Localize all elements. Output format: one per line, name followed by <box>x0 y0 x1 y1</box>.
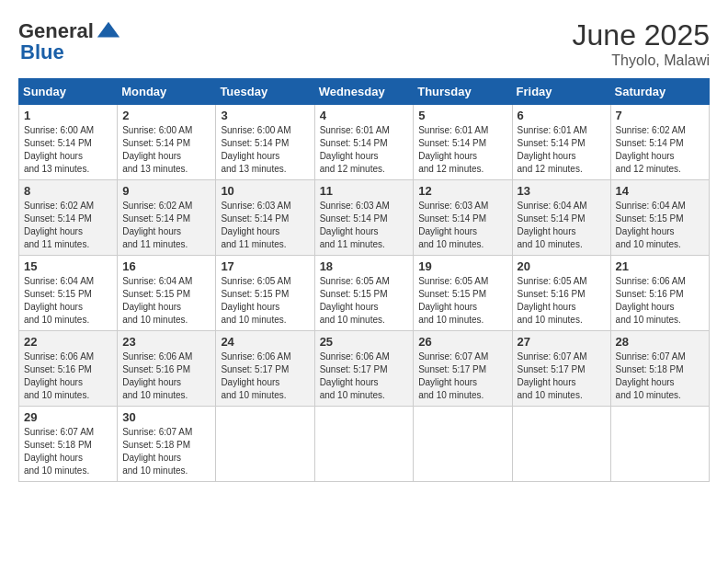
day-info: Sunrise: 6:02 AM Sunset: 5:14 PM Dayligh… <box>24 200 112 251</box>
day-header-friday: Friday <box>512 79 610 105</box>
day-number: 3 <box>221 109 309 122</box>
calendar-cell: 21 Sunrise: 6:06 AM Sunset: 5:16 PM Dayl… <box>610 256 709 331</box>
day-info: Sunrise: 6:07 AM Sunset: 5:18 PM Dayligh… <box>122 426 210 477</box>
day-number: 29 <box>24 410 112 424</box>
day-number: 15 <box>24 259 112 273</box>
day-info: Sunrise: 6:03 AM Sunset: 5:14 PM Dayligh… <box>320 200 409 251</box>
day-header-wednesday: Wednesday <box>314 79 414 105</box>
calendar-cell: 3 Sunrise: 6:00 AM Sunset: 5:14 PM Dayli… <box>216 105 314 180</box>
day-header-thursday: Thursday <box>414 79 512 105</box>
day-number: 11 <box>320 184 409 198</box>
calendar-cell: 27 Sunrise: 6:07 AM Sunset: 5:17 PM Dayl… <box>512 331 610 407</box>
day-info: Sunrise: 6:07 AM Sunset: 5:17 PM Dayligh… <box>518 350 606 402</box>
calendar-cell: 2 Sunrise: 6:00 AM Sunset: 5:14 PM Dayli… <box>118 105 216 180</box>
calendar-week-row: 29 Sunrise: 6:07 AM Sunset: 5:18 PM Dayl… <box>19 407 710 482</box>
day-info: Sunrise: 6:02 AM Sunset: 5:14 PM Dayligh… <box>616 124 704 176</box>
day-info: Sunrise: 6:06 AM Sunset: 5:16 PM Dayligh… <box>122 350 210 402</box>
calendar-cell: 28 Sunrise: 6:07 AM Sunset: 5:18 PM Dayl… <box>610 331 709 407</box>
calendar-cell: 1 Sunrise: 6:00 AM Sunset: 5:14 PM Dayli… <box>19 105 118 180</box>
location-subtitle: Thyolo, Malawi <box>573 52 710 69</box>
day-header-saturday: Saturday <box>610 79 709 105</box>
day-number: 6 <box>518 109 606 122</box>
day-info: Sunrise: 6:04 AM Sunset: 5:15 PM Dayligh… <box>122 275 210 327</box>
calendar-cell: 30 Sunrise: 6:07 AM Sunset: 5:18 PM Dayl… <box>118 407 216 482</box>
day-info: Sunrise: 6:02 AM Sunset: 5:14 PM Dayligh… <box>122 200 210 251</box>
calendar-cell: 6 Sunrise: 6:01 AM Sunset: 5:14 PM Dayli… <box>512 105 610 180</box>
calendar-cell <box>512 407 610 482</box>
logo-blue-text: Blue <box>20 40 64 63</box>
day-info: Sunrise: 6:01 AM Sunset: 5:14 PM Dayligh… <box>418 124 506 176</box>
calendar-cell: 9 Sunrise: 6:02 AM Sunset: 5:14 PM Dayli… <box>118 180 216 256</box>
calendar-week-row: 1 Sunrise: 6:00 AM Sunset: 5:14 PM Dayli… <box>19 105 710 180</box>
day-info: Sunrise: 6:06 AM Sunset: 5:16 PM Dayligh… <box>616 275 704 327</box>
day-info: Sunrise: 6:04 AM Sunset: 5:15 PM Dayligh… <box>24 275 112 327</box>
day-number: 30 <box>122 410 210 424</box>
day-number: 4 <box>320 109 409 122</box>
calendar-cell: 4 Sunrise: 6:01 AM Sunset: 5:14 PM Dayli… <box>314 105 414 180</box>
day-info: Sunrise: 6:05 AM Sunset: 5:15 PM Dayligh… <box>418 275 506 327</box>
day-info: Sunrise: 6:05 AM Sunset: 5:15 PM Dayligh… <box>221 275 309 327</box>
calendar-cell: 12 Sunrise: 6:03 AM Sunset: 5:14 PM Dayl… <box>414 180 512 256</box>
day-info: Sunrise: 6:00 AM Sunset: 5:14 PM Dayligh… <box>221 124 309 176</box>
day-info: Sunrise: 6:04 AM Sunset: 5:15 PM Dayligh… <box>616 200 704 251</box>
calendar-cell: 8 Sunrise: 6:02 AM Sunset: 5:14 PM Dayli… <box>19 180 118 256</box>
page-header: General Blue June 2025 Thyolo, Malawi <box>18 18 710 69</box>
calendar-cell: 16 Sunrise: 6:04 AM Sunset: 5:15 PM Dayl… <box>118 256 216 331</box>
day-number: 1 <box>24 109 112 122</box>
day-number: 19 <box>418 259 506 273</box>
calendar-cell <box>314 407 414 482</box>
calendar-cell: 14 Sunrise: 6:04 AM Sunset: 5:15 PM Dayl… <box>610 180 709 256</box>
calendar-cell: 26 Sunrise: 6:07 AM Sunset: 5:17 PM Dayl… <box>414 331 512 407</box>
day-info: Sunrise: 6:07 AM Sunset: 5:18 PM Dayligh… <box>616 350 704 402</box>
day-info: Sunrise: 6:07 AM Sunset: 5:18 PM Dayligh… <box>24 426 112 477</box>
calendar-cell: 23 Sunrise: 6:06 AM Sunset: 5:16 PM Dayl… <box>118 331 216 407</box>
day-info: Sunrise: 6:03 AM Sunset: 5:14 PM Dayligh… <box>418 200 506 251</box>
day-number: 17 <box>221 259 309 273</box>
day-info: Sunrise: 6:01 AM Sunset: 5:14 PM Dayligh… <box>518 124 606 176</box>
calendar-cell: 20 Sunrise: 6:05 AM Sunset: 5:16 PM Dayl… <box>512 256 610 331</box>
day-info: Sunrise: 6:04 AM Sunset: 5:14 PM Dayligh… <box>518 200 606 251</box>
day-header-tuesday: Tuesday <box>216 79 314 105</box>
day-number: 25 <box>320 335 409 349</box>
day-number: 7 <box>616 109 704 122</box>
day-number: 24 <box>221 335 309 349</box>
logo-icon <box>96 18 121 44</box>
day-number: 12 <box>418 184 506 198</box>
day-number: 9 <box>122 184 210 198</box>
logo: General Blue <box>18 18 121 64</box>
svg-marker-0 <box>97 22 119 38</box>
day-number: 8 <box>24 184 112 198</box>
day-number: 2 <box>122 109 210 122</box>
calendar-cell: 25 Sunrise: 6:06 AM Sunset: 5:17 PM Dayl… <box>314 331 414 407</box>
day-number: 27 <box>518 335 606 349</box>
day-number: 10 <box>221 184 309 198</box>
day-info: Sunrise: 6:06 AM Sunset: 5:17 PM Dayligh… <box>221 350 309 402</box>
day-header-monday: Monday <box>118 79 216 105</box>
day-header-sunday: Sunday <box>19 79 118 105</box>
day-number: 5 <box>418 109 506 122</box>
calendar-cell: 18 Sunrise: 6:05 AM Sunset: 5:15 PM Dayl… <box>314 256 414 331</box>
day-info: Sunrise: 6:03 AM Sunset: 5:14 PM Dayligh… <box>221 200 309 251</box>
day-info: Sunrise: 6:05 AM Sunset: 5:16 PM Dayligh… <box>518 275 606 327</box>
day-number: 28 <box>616 335 704 349</box>
calendar-cell: 13 Sunrise: 6:04 AM Sunset: 5:14 PM Dayl… <box>512 180 610 256</box>
calendar-cell <box>414 407 512 482</box>
calendar-week-row: 22 Sunrise: 6:06 AM Sunset: 5:16 PM Dayl… <box>19 331 710 407</box>
calendar-cell <box>216 407 314 482</box>
day-number: 18 <box>320 259 409 273</box>
calendar-cell: 11 Sunrise: 6:03 AM Sunset: 5:14 PM Dayl… <box>314 180 414 256</box>
calendar-header-row: SundayMondayTuesdayWednesdayThursdayFrid… <box>19 79 710 105</box>
day-info: Sunrise: 6:05 AM Sunset: 5:15 PM Dayligh… <box>320 275 409 327</box>
day-info: Sunrise: 6:01 AM Sunset: 5:14 PM Dayligh… <box>320 124 409 176</box>
calendar-week-row: 15 Sunrise: 6:04 AM Sunset: 5:15 PM Dayl… <box>19 256 710 331</box>
day-number: 22 <box>24 335 112 349</box>
day-number: 14 <box>616 184 704 198</box>
day-info: Sunrise: 6:07 AM Sunset: 5:17 PM Dayligh… <box>418 350 506 402</box>
day-number: 13 <box>518 184 606 198</box>
day-info: Sunrise: 6:06 AM Sunset: 5:16 PM Dayligh… <box>24 350 112 402</box>
calendar-cell: 29 Sunrise: 6:07 AM Sunset: 5:18 PM Dayl… <box>19 407 118 482</box>
calendar-cell: 24 Sunrise: 6:06 AM Sunset: 5:17 PM Dayl… <box>216 331 314 407</box>
day-info: Sunrise: 6:06 AM Sunset: 5:17 PM Dayligh… <box>320 350 409 402</box>
title-block: June 2025 Thyolo, Malawi <box>573 18 710 69</box>
calendar-cell <box>610 407 709 482</box>
